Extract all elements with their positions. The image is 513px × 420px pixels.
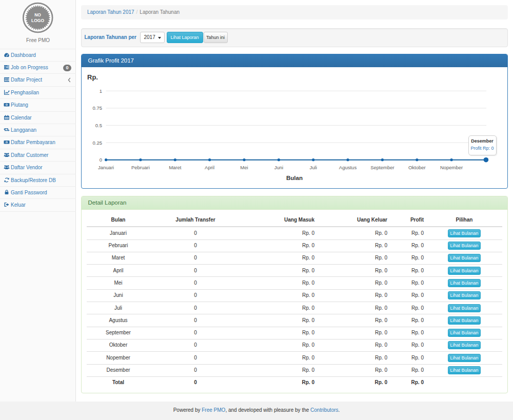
svg-text:Juni: Juni — [274, 165, 283, 170]
svg-text:LOGO: LOGO — [31, 18, 44, 23]
svg-text:Januari: Januari — [98, 165, 114, 170]
svg-text:0.5: 0.5 — [95, 123, 102, 128]
svg-text:0.75: 0.75 — [93, 105, 103, 111]
svg-text:Juli: Juli — [310, 165, 317, 170]
svg-text:Rp.: Rp. — [87, 73, 98, 81]
svg-text:NO: NO — [34, 12, 41, 17]
svg-text:Bulan: Bulan — [286, 175, 303, 181]
svg-text:April: April — [205, 165, 214, 170]
svg-text:0: 0 — [100, 157, 102, 163]
svg-text:Nopember: Nopember — [440, 165, 463, 170]
svg-text:1: 1 — [100, 88, 102, 94]
svg-text:Mei: Mei — [240, 165, 248, 170]
svg-text:Oktober: Oktober — [408, 165, 426, 170]
svg-text:Maret: Maret — [169, 165, 182, 170]
svg-text:September: September — [370, 165, 394, 170]
svg-text:Agustus: Agustus — [339, 165, 357, 170]
svg-text:Pebruari: Pebruari — [131, 165, 150, 170]
svg-text:0.25: 0.25 — [93, 140, 103, 146]
